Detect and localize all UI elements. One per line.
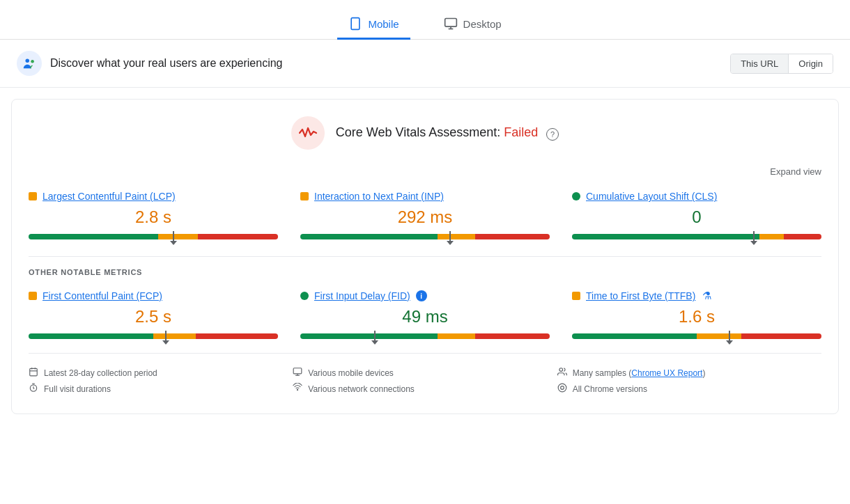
users-icon [22, 56, 37, 71]
progress-marker-ttfb [729, 331, 730, 340]
header-title: Discover what your real users are experi… [50, 57, 282, 70]
svg-point-19 [560, 386, 564, 390]
mobile-icon [348, 17, 362, 31]
footer-text-3-1: Many samples (Chrome UX Report) [573, 368, 706, 378]
progress-marker-inp [449, 231, 451, 241]
footer-icon-2-2 [293, 383, 302, 395]
footer-col-2: Various mobile devicesVarious network co… [293, 365, 557, 397]
footer-icon-1-2 [29, 383, 38, 395]
progress-bar-cls [572, 234, 821, 239]
metric-card-ttfb: Time to First Byte (TTFB)⚗1.6 s [572, 288, 821, 342]
progress-bar-fcp [29, 333, 278, 339]
info-icon-fid[interactable]: i [416, 290, 427, 301]
metric-card-lcp: Largest Contentful Paint (LCP)2.8 s [29, 188, 278, 242]
bar-track-lcp [29, 234, 278, 239]
url-toggle: This URL Origin [730, 54, 833, 74]
desktop-icon [444, 17, 458, 31]
bar-green-fcp [29, 333, 153, 339]
progress-bar-fid [300, 333, 550, 339]
metric-name-ttfb[interactable]: Time to First Byte (TTFB) [586, 290, 695, 301]
bar-track-cls [572, 234, 821, 239]
metric-value-fcp: 2.5 s [29, 307, 278, 326]
svg-point-18 [558, 384, 566, 392]
svg-rect-0 [352, 18, 360, 30]
exp-icon-ttfb[interactable]: ⚗ [701, 290, 712, 301]
origin-button[interactable]: Origin [789, 54, 833, 73]
assessment-title: Core Web Vitals Assessment: Failed ? [336, 125, 559, 140]
svg-point-17 [559, 368, 563, 372]
metric-header-ttfb: Time to First Byte (TTFB)⚗ [572, 290, 821, 301]
metric-card-cls: Cumulative Layout Shift (CLS)0 [572, 188, 821, 242]
metric-value-inp: 292 ms [300, 207, 550, 227]
progress-marker-lcp [173, 231, 174, 241]
metric-dot-inp [300, 192, 309, 200]
progress-bar-ttfb [572, 333, 821, 339]
bar-green-ttfb [572, 333, 697, 339]
metric-card-fcp: First Contentful Paint (FCP)2.5 s [29, 288, 278, 342]
metric-header-fcp: First Contentful Paint (FCP) [29, 290, 278, 301]
bar-green-fid [300, 333, 438, 339]
progress-bar-lcp [29, 234, 278, 239]
metric-header-inp: Interaction to Next Paint (INP) [300, 191, 550, 202]
bar-orange-cls [759, 234, 785, 239]
bar-red-lcp [198, 234, 278, 239]
progress-marker-cls [753, 231, 755, 241]
this-url-button[interactable]: This URL [731, 54, 789, 73]
metric-name-lcp[interactable]: Largest Contentful Paint (LCP) [42, 191, 176, 202]
main-card: Core Web Vitals Assessment: Failed ? Exp… [11, 99, 839, 414]
bar-track-fcp [29, 333, 278, 339]
footer-text-2-2: Various network connections [308, 384, 415, 394]
metric-value-cls: 0 [572, 207, 821, 227]
footer-text-1-1: Latest 28-day collection period [44, 368, 157, 378]
svg-point-5 [26, 59, 30, 63]
bar-green-inp [300, 234, 438, 239]
bar-red-cls [784, 234, 821, 239]
svg-point-16 [298, 389, 298, 390]
tab-mobile-label: Mobile [368, 18, 399, 30]
bar-red-fid [475, 333, 550, 339]
footer-item-3-1: Many samples (Chrome UX Report) [557, 365, 821, 381]
footer-link-3-1[interactable]: Chrome UX Report [631, 368, 702, 378]
bar-green-cls [572, 234, 759, 239]
footer-text-3-2: All Chrome versions [573, 384, 647, 394]
footer-item-2-2: Various network connections [293, 381, 557, 397]
footer-text-1-2: Full visit durations [44, 384, 111, 394]
bar-red-ttfb [741, 333, 821, 339]
metric-card-inp: Interaction to Next Paint (INP)292 ms [300, 188, 550, 242]
footer-item-3-2: All Chrome versions [557, 381, 821, 397]
metric-dot-fid [300, 292, 309, 300]
bar-track-ttfb [572, 333, 821, 339]
other-metrics-label: OTHER NOTABLE METRICS [29, 268, 821, 276]
tab-mobile[interactable]: Mobile [337, 10, 410, 40]
svg-rect-7 [30, 368, 38, 376]
metric-card-fid: First Input Delay (FID)i49 ms [300, 288, 550, 342]
svg-rect-13 [293, 368, 302, 374]
footer-icon-3-1 [557, 367, 567, 379]
bar-orange-fid [438, 333, 475, 339]
footer-col-1: Latest 28-day collection periodFull visi… [29, 365, 293, 397]
metric-name-fid[interactable]: First Input Delay (FID) [314, 290, 410, 301]
metric-dot-cls [572, 192, 580, 200]
crux-icon [17, 51, 42, 76]
section-divider [29, 256, 821, 257]
bar-red-inp [475, 234, 550, 239]
bar-orange-lcp [158, 234, 198, 239]
assessment-icon [291, 116, 325, 150]
footer-item-2-1: Various mobile devices [293, 365, 557, 381]
bar-green-lcp [29, 234, 158, 239]
metric-name-inp[interactable]: Interaction to Next Paint (INP) [314, 191, 444, 202]
assessment-status: Failed [504, 125, 538, 139]
assessment-help-icon[interactable]: ? [546, 128, 559, 141]
expand-view[interactable]: Expand view [29, 166, 821, 177]
metric-value-lcp: 2.8 s [29, 207, 278, 227]
tab-desktop[interactable]: Desktop [433, 10, 513, 40]
failed-wave-icon [299, 127, 317, 139]
header-section: Discover what your real users are experi… [0, 40, 850, 88]
svg-rect-2 [445, 19, 456, 27]
tab-bar: Mobile Desktop [0, 0, 850, 40]
bar-orange-fcp [153, 333, 196, 339]
metric-dot-fcp [29, 292, 37, 300]
metric-name-cls[interactable]: Cumulative Layout Shift (CLS) [586, 191, 717, 202]
metric-name-fcp[interactable]: First Contentful Paint (FCP) [42, 290, 162, 301]
core-metrics-grid: Largest Contentful Paint (LCP)2.8 sInter… [29, 188, 821, 242]
